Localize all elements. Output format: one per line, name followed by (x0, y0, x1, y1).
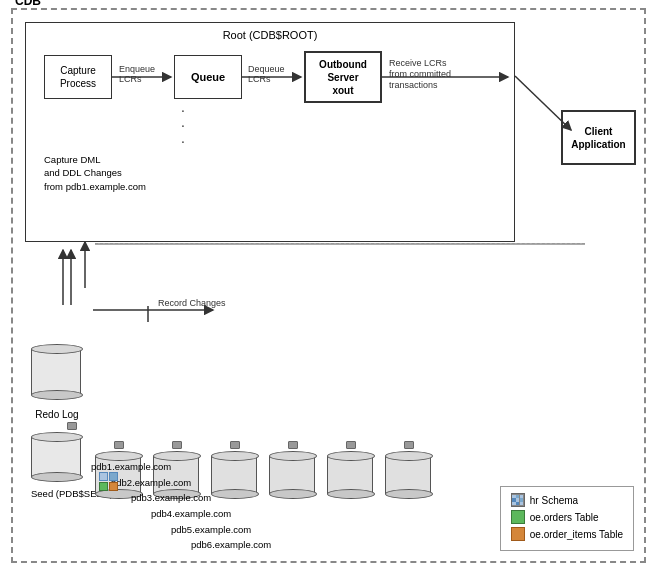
pdb4-label: pdb4.example.com (151, 506, 271, 522)
cdb-outer-border: CDB Root (CDB$ROOT) CaptureProcess Queue… (11, 8, 646, 563)
pdb4-cylinder (269, 441, 317, 499)
svg-text:Receive LCRs: Receive LCRs (389, 58, 447, 68)
oe-items-icon-br (109, 482, 118, 491)
redo-log-cylinder: Redo Log (31, 344, 83, 421)
legend-box: hr Schema oe.orders Table oe.order_items… (500, 486, 634, 551)
legend-hr-schema: hr Schema (511, 493, 623, 507)
client-application-box: Client Application (561, 110, 636, 165)
pdb6-cylinder (385, 441, 433, 499)
root-label: Root (CDB$ROOT) (223, 29, 318, 41)
capture-process-box: CaptureProcess (44, 55, 112, 99)
svg-text:Record Changes: Record Changes (158, 298, 226, 308)
pdb-labels: pdb1.example.com pdb2.example.com pdb3.e… (91, 459, 271, 553)
oe-orders-legend-label: oe.orders Table (530, 512, 599, 523)
queue-dots: ··· (181, 103, 185, 149)
svg-text:Dequeue: Dequeue (248, 64, 285, 74)
hr-schema-legend-icon (511, 493, 525, 507)
pdb-separator-line (95, 243, 585, 245)
main-container: CDB Root (CDB$ROOT) CaptureProcess Queue… (0, 0, 657, 579)
hr-schema-icon-tr (109, 472, 118, 481)
svg-text:Enqueue: Enqueue (119, 64, 155, 74)
capture-process-label: CaptureProcess (60, 64, 96, 90)
pdb5-label: pdb5.example.com (171, 522, 271, 538)
svg-text:LCRs: LCRs (248, 74, 271, 84)
svg-text:LCRs: LCRs (119, 74, 142, 84)
legend-oe-items: oe.order_items Table (511, 527, 623, 541)
outbound-server-box: OutboundServerxout (304, 51, 382, 103)
pdb5-cylinder (327, 441, 375, 499)
cdb-label: CDB (15, 0, 41, 8)
pdb2-label: pdb2.example.com (111, 475, 271, 491)
hr-schema-icon-tl (99, 472, 108, 481)
capture-dml-label: Capture DMLand DDL Changesfrom pdb1.exam… (44, 153, 146, 193)
pdb1-label: pdb1.example.com (91, 459, 271, 475)
oe-items-legend-icon (511, 527, 525, 541)
oe-orders-legend-icon (511, 510, 525, 524)
svg-text:transactions: transactions (389, 80, 438, 90)
pdb3-label: pdb3.example.com (131, 490, 271, 506)
oe-items-legend-label: oe.order_items Table (530, 529, 623, 540)
redo-log-label: Redo Log (31, 408, 83, 421)
queue-label: Queue (191, 71, 225, 83)
hr-schema-legend-label: hr Schema (530, 495, 578, 506)
outbound-server-label: OutboundServerxout (319, 58, 367, 97)
svg-text:from committed: from committed (389, 69, 451, 79)
legend-oe-orders: oe.orders Table (511, 510, 623, 524)
client-application-label: Client Application (563, 125, 634, 151)
schema-icons-pdb1 (99, 472, 118, 491)
queue-box: Queue (174, 55, 242, 99)
root-box: Root (CDB$ROOT) CaptureProcess Queue ···… (25, 22, 515, 242)
oe-orders-icon-bl (99, 482, 108, 491)
pdb6-label: pdb6.example.com (191, 537, 271, 553)
